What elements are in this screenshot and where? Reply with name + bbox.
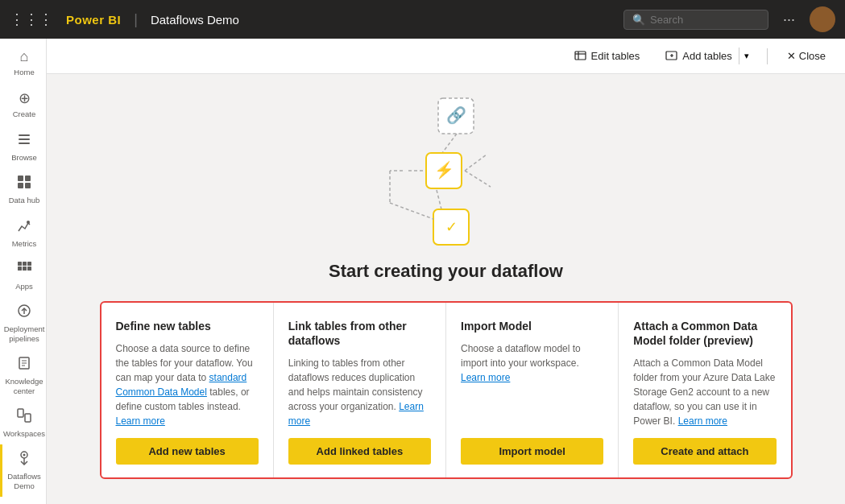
sidebar-label-browse: Browse <box>11 153 37 162</box>
add-tables-button[interactable]: Add tables ▾ <box>659 46 753 67</box>
sidebar-label-datahub: Data hub <box>9 196 40 204</box>
svg-line-29 <box>465 171 491 187</box>
svg-line-28 <box>465 155 487 171</box>
dataflow-diagram: 🔗 ⚡ ✓ <box>374 90 519 261</box>
card-desc-attach: Attach a Common Data Model folder from y… <box>633 356 776 428</box>
card-attach-cdm: Attach a Common Data Model folder (previ… <box>619 303 790 477</box>
main-layout: ⌂ Home ⊕ Create Browse Data hub Metrics <box>0 39 845 504</box>
sidebar-label-knowledge: Knowledge center <box>6 377 43 395</box>
svg-point-22 <box>23 454 26 456</box>
add-tables-main[interactable]: Add tables <box>659 46 738 67</box>
svg-rect-10 <box>27 262 31 266</box>
edit-tables-icon <box>574 49 586 64</box>
sidebar-item-deployment[interactable]: Deployment pipelines <box>0 297 46 349</box>
link-learn-more-import[interactable]: Learn more <box>461 372 510 383</box>
card-title-import: Import Model <box>461 319 603 333</box>
sidebar-item-apps[interactable]: Apps <box>0 254 46 297</box>
deployment-icon <box>17 304 31 322</box>
sidebar-item-browse[interactable]: Browse <box>0 126 46 168</box>
knowledge-icon <box>17 356 31 374</box>
svg-line-26 <box>437 190 441 209</box>
svg-line-25 <box>442 134 457 153</box>
datahub-icon <box>17 175 31 193</box>
sidebar-item-datahub[interactable]: Data hub <box>0 168 46 211</box>
content-area: Edit tables Add tables ▾ ✕ Close <box>47 39 845 504</box>
svg-rect-23 <box>575 52 586 60</box>
sidebar-label-home: Home <box>14 68 34 76</box>
card-title-attach: Attach a Common Data Model folder (previ… <box>633 319 776 348</box>
close-label: Close <box>799 50 826 62</box>
svg-rect-9 <box>23 262 27 266</box>
svg-text:⚡: ⚡ <box>433 160 454 180</box>
add-tables-label: Add tables <box>682 50 731 62</box>
card-import-model: Import Model Choose a dataflow model to … <box>446 303 619 477</box>
sidebar-item-workspaces[interactable]: Workspaces <box>0 402 46 444</box>
sidebar-label-metrics: Metrics <box>12 239 37 248</box>
cards-container: Define new tables Choose a data source t… <box>100 301 793 479</box>
svg-rect-11 <box>18 266 22 271</box>
svg-rect-6 <box>25 183 31 188</box>
topbar-title: Dataflows Demo <box>151 13 239 27</box>
sidebar-item-dataflows[interactable]: Dataflows Demo <box>0 444 46 497</box>
avatar[interactable] <box>810 6 835 32</box>
sidebar-item-home[interactable]: ⌂ Home <box>0 42 46 83</box>
close-icon: ✕ <box>787 50 796 62</box>
card-title-link-tables: Link tables from other dataflows <box>288 319 431 348</box>
sidebar-label-apps: Apps <box>15 282 33 291</box>
svg-rect-3 <box>18 176 23 181</box>
powerbi-logo: Power BI <box>66 13 121 27</box>
svg-line-38 <box>390 203 433 219</box>
card-define-new: Define new tables Choose a data source t… <box>101 303 274 477</box>
search-icon: 🔍 <box>632 14 645 26</box>
card-desc-define-new: Choose a data source to define the table… <box>116 341 259 428</box>
sidebar: ⌂ Home ⊕ Create Browse Data hub Metrics <box>0 39 47 504</box>
add-new-tables-button[interactable]: Add new tables <box>116 438 259 465</box>
search-box[interactable]: 🔍 <box>623 10 768 30</box>
sidebar-item-create[interactable]: ⊕ Create <box>0 83 46 125</box>
svg-text:🔗: 🔗 <box>445 105 466 125</box>
apps-icon <box>17 261 31 279</box>
dataflows-icon <box>17 451 31 469</box>
sidebar-item-metrics[interactable]: Metrics <box>0 212 46 254</box>
link-learn-more-attach[interactable]: Learn more <box>678 415 727 427</box>
svg-text:✓: ✓ <box>445 219 457 235</box>
add-tables-icon <box>665 49 677 64</box>
svg-rect-2 <box>19 143 30 144</box>
add-linked-tables-button[interactable]: Add linked tables <box>288 438 431 465</box>
edit-tables-button[interactable]: Edit tables <box>568 46 647 67</box>
create-icon: ⊕ <box>19 89 31 107</box>
sidebar-item-knowledge[interactable]: Knowledge center <box>0 349 46 402</box>
add-tables-chevron[interactable]: ▾ <box>739 48 754 64</box>
action-bar-separator <box>767 48 768 64</box>
card-desc-link-tables: Linking to tables from other dataflows r… <box>288 356 431 428</box>
sidebar-label-workspaces: Workspaces <box>3 429 45 438</box>
grid-icon[interactable]: ⋮⋮⋮ <box>10 10 53 28</box>
card-link-tables: Link tables from other dataflows Linking… <box>274 303 446 477</box>
link-learn-more-define[interactable]: Learn more <box>116 415 165 427</box>
svg-rect-0 <box>19 134 30 136</box>
create-and-attach-button[interactable]: Create and attach <box>633 438 776 465</box>
main-content: 🔗 ⚡ ✓ Start creating your dataflow <box>47 74 845 504</box>
close-button[interactable]: ✕ Close <box>781 47 832 65</box>
page-title: Start creating your dataflow <box>329 261 563 282</box>
svg-rect-12 <box>23 266 27 271</box>
sidebar-label-deployment: Deployment pipelines <box>4 324 45 343</box>
svg-rect-20 <box>25 414 31 422</box>
topbar: ⋮⋮⋮ Power BI | Dataflows Demo 🔍 ··· <box>0 0 845 39</box>
more-icon[interactable]: ··· <box>783 11 795 28</box>
workspaces-icon <box>17 408 31 427</box>
card-title-define-new: Define new tables <box>116 319 259 333</box>
search-input[interactable] <box>650 14 760 26</box>
svg-point-7 <box>27 221 30 224</box>
svg-rect-13 <box>27 266 31 271</box>
svg-rect-5 <box>18 183 23 188</box>
svg-rect-19 <box>18 409 23 417</box>
card-desc-import: Choose a dataflow model to import into y… <box>461 341 603 428</box>
action-bar: Edit tables Add tables ▾ ✕ Close <box>47 39 845 74</box>
browse-icon <box>17 132 31 151</box>
svg-rect-8 <box>18 262 22 266</box>
svg-rect-4 <box>25 176 31 181</box>
svg-rect-1 <box>19 138 30 140</box>
import-model-button[interactable]: Import model <box>461 438 603 465</box>
home-icon: ⌂ <box>20 48 29 65</box>
